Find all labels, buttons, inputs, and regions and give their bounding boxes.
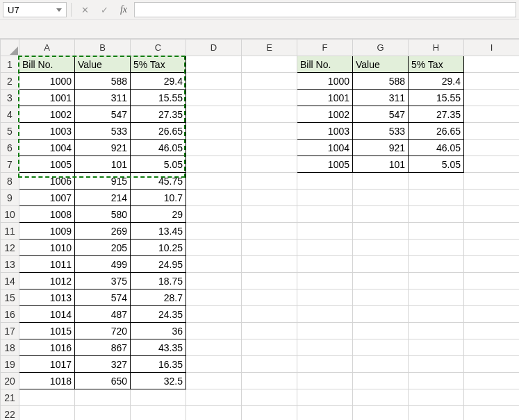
cell-B6[interactable]: 921 [75, 140, 131, 156]
cell-F10[interactable] [297, 206, 353, 223]
cell-C7[interactable]: 5.05 [131, 156, 186, 173]
cell-D1[interactable] [186, 56, 242, 73]
cell-D6[interactable] [186, 140, 242, 156]
cell-G15[interactable] [353, 289, 409, 306]
cell-F1[interactable]: Bill No. [297, 56, 353, 73]
cell-I16[interactable] [464, 306, 520, 323]
cell-B4[interactable]: 547 [75, 106, 131, 123]
row-header-3[interactable]: 3 [1, 90, 19, 106]
cell-D13[interactable] [186, 256, 242, 273]
cell-G4[interactable]: 547 [353, 106, 409, 123]
cell-H6[interactable]: 46.05 [409, 140, 464, 156]
cell-F3[interactable]: 1001 [297, 90, 353, 106]
cell-B15[interactable]: 574 [75, 289, 131, 306]
cell-D10[interactable] [186, 206, 242, 223]
cell-B3[interactable]: 311 [75, 90, 131, 106]
cell-D17[interactable] [186, 323, 242, 339]
cell-F9[interactable] [297, 190, 353, 206]
cell-F11[interactable] [297, 223, 353, 240]
cell-G11[interactable] [353, 223, 409, 240]
cell-B21[interactable] [75, 389, 131, 406]
cell-D18[interactable] [186, 339, 242, 356]
cell-A22[interactable] [19, 406, 75, 421]
cell-H11[interactable] [409, 223, 464, 240]
row-header-9[interactable]: 9 [1, 190, 19, 206]
cell-D15[interactable] [186, 289, 242, 306]
cell-I11[interactable] [464, 223, 520, 240]
cell-C18[interactable]: 43.35 [131, 339, 186, 356]
cell-F19[interactable] [297, 356, 353, 373]
cell-C13[interactable]: 24.95 [131, 256, 186, 273]
cell-C21[interactable] [131, 389, 186, 406]
cell-E12[interactable] [242, 240, 297, 256]
row-header-21[interactable]: 21 [1, 389, 19, 406]
cell-B10[interactable]: 580 [75, 206, 131, 223]
confirm-button[interactable]: ✓ [95, 2, 113, 17]
cell-B17[interactable]: 720 [75, 323, 131, 339]
cell-E16[interactable] [242, 306, 297, 323]
cell-B5[interactable]: 533 [75, 123, 131, 140]
cell-A9[interactable]: 1007 [19, 190, 75, 206]
row-header-8[interactable]: 8 [1, 173, 19, 190]
cell-E4[interactable] [242, 106, 297, 123]
cell-F15[interactable] [297, 289, 353, 306]
cell-I19[interactable] [464, 356, 520, 373]
chevron-down-icon[interactable] [56, 8, 62, 12]
row-header-7[interactable]: 7 [1, 156, 19, 173]
cell-I14[interactable] [464, 273, 520, 289]
cell-F5[interactable]: 1003 [297, 123, 353, 140]
cell-D21[interactable] [186, 389, 242, 406]
column-header-A[interactable]: A [19, 40, 75, 56]
cell-B7[interactable]: 101 [75, 156, 131, 173]
cell-E5[interactable] [242, 123, 297, 140]
cell-G16[interactable] [353, 306, 409, 323]
cell-A10[interactable]: 1008 [19, 206, 75, 223]
cell-E11[interactable] [242, 223, 297, 240]
cell-I13[interactable] [464, 256, 520, 273]
cell-D9[interactable] [186, 190, 242, 206]
cell-F18[interactable] [297, 339, 353, 356]
cell-B1[interactable]: Value [75, 56, 131, 73]
cell-A15[interactable]: 1013 [19, 289, 75, 306]
cell-E9[interactable] [242, 190, 297, 206]
cell-I20[interactable] [464, 373, 520, 389]
cell-E3[interactable] [242, 90, 297, 106]
cell-H16[interactable] [409, 306, 464, 323]
cell-C6[interactable]: 46.05 [131, 140, 186, 156]
cell-C5[interactable]: 26.65 [131, 123, 186, 140]
row-header-2[interactable]: 2 [1, 73, 19, 90]
cell-I6[interactable] [464, 140, 520, 156]
cell-H7[interactable]: 5.05 [409, 156, 464, 173]
cell-D14[interactable] [186, 273, 242, 289]
cell-E22[interactable] [242, 406, 297, 421]
cell-E1[interactable] [242, 56, 297, 73]
cell-F8[interactable] [297, 173, 353, 190]
cell-B14[interactable]: 375 [75, 273, 131, 289]
row-header-6[interactable]: 6 [1, 140, 19, 156]
cell-F22[interactable] [297, 406, 353, 421]
cell-I2[interactable] [464, 73, 520, 90]
cell-H22[interactable] [409, 406, 464, 421]
row-header-18[interactable]: 18 [1, 339, 19, 356]
column-header-I[interactable]: I [464, 40, 520, 56]
cell-A21[interactable] [19, 389, 75, 406]
cell-F7[interactable]: 1005 [297, 156, 353, 173]
cell-B9[interactable]: 214 [75, 190, 131, 206]
cell-D11[interactable] [186, 223, 242, 240]
cell-C2[interactable]: 29.4 [131, 73, 186, 90]
cell-E20[interactable] [242, 373, 297, 389]
cell-D8[interactable] [186, 173, 242, 190]
cell-G14[interactable] [353, 273, 409, 289]
cell-C15[interactable]: 28.7 [131, 289, 186, 306]
cell-D4[interactable] [186, 106, 242, 123]
cell-I21[interactable] [464, 389, 520, 406]
row-header-15[interactable]: 15 [1, 289, 19, 306]
cell-F4[interactable]: 1002 [297, 106, 353, 123]
cell-A7[interactable]: 1005 [19, 156, 75, 173]
column-header-H[interactable]: H [409, 40, 464, 56]
cell-G22[interactable] [353, 406, 409, 421]
cell-B22[interactable] [75, 406, 131, 421]
cell-E10[interactable] [242, 206, 297, 223]
cell-E17[interactable] [242, 323, 297, 339]
cell-I9[interactable] [464, 190, 520, 206]
